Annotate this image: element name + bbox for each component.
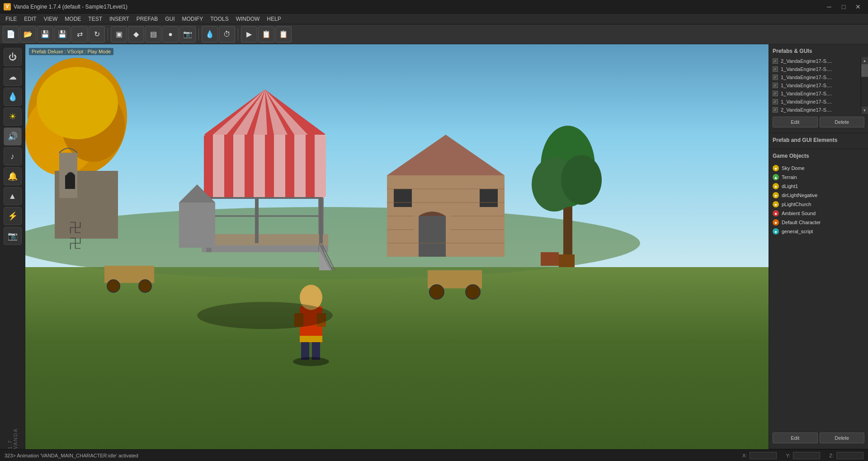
app-icon: V xyxy=(4,3,11,10)
prefab-delete-button[interactable]: Delete xyxy=(820,117,865,127)
game-object-item[interactable]: ●dirLightNegative xyxy=(769,191,868,200)
title-bar: V Vanda Engine 1.7.4 (default - Sample17… xyxy=(0,0,868,14)
prefab-label: 2_VandaEngine17-S.... xyxy=(781,58,832,64)
new-toolbar-button[interactable]: 📄 xyxy=(3,26,19,42)
prefab-list-item[interactable]: ✓1_VandaEngine17-S.... xyxy=(769,89,861,98)
minimize-button[interactable]: ─ xyxy=(823,2,835,11)
prefab-checkbox[interactable]: ✓ xyxy=(773,58,778,64)
close-button[interactable]: ✕ xyxy=(852,2,864,11)
sound-button[interactable]: 🔊 xyxy=(4,127,22,146)
camera-toolbar-button[interactable]: 📷 xyxy=(179,26,196,42)
menu-item-modify[interactable]: MODIFY xyxy=(179,15,207,23)
save-as-toolbar-button[interactable]: 💾 xyxy=(54,26,71,42)
svg-rect-14 xyxy=(233,135,245,198)
game-object-item[interactable]: ●Sky Dome xyxy=(769,164,868,173)
menu-item-prefab[interactable]: PREFAB xyxy=(133,15,161,23)
insert-object-toolbar-button[interactable]: ◆ xyxy=(128,26,144,42)
bell-button[interactable]: 🔔 xyxy=(4,167,22,185)
svg-rect-31 xyxy=(319,198,323,243)
prefab-checkbox[interactable]: ✓ xyxy=(773,99,778,104)
menu-item-window[interactable]: WINDOW xyxy=(232,15,264,23)
select-toolbar-button[interactable]: ▣ xyxy=(111,26,127,42)
redo-toolbar-button[interactable]: ↻ xyxy=(89,26,105,42)
scene-svg: 卍 卍 xyxy=(25,44,769,449)
scroll-up-button[interactable]: ▲ xyxy=(861,57,868,64)
menu-item-gui[interactable]: GUI xyxy=(161,15,178,23)
game-object-item[interactable]: ●Ambient Sound xyxy=(769,209,868,218)
game-object-icon: ● xyxy=(773,210,779,216)
open-toolbar-button[interactable]: 📂 xyxy=(20,26,36,42)
game-object-item[interactable]: ●general_script xyxy=(769,227,868,236)
game-object-item[interactable]: ▲Terrain xyxy=(769,173,868,182)
time-toolbar-button[interactable]: ⏱ xyxy=(219,26,235,42)
menu-item-tools[interactable]: TOOLS xyxy=(207,15,232,23)
copy-toolbar-button[interactable]: 📋 xyxy=(258,26,274,42)
water-button[interactable]: 💧 xyxy=(4,88,22,106)
prefab-edit-button[interactable]: Edit xyxy=(773,117,818,127)
game-object-label: Terrain xyxy=(782,174,797,180)
prefab-checkbox[interactable]: ✓ xyxy=(773,66,778,72)
game-object-label: pLightChurch xyxy=(782,202,811,207)
prefab-checkbox[interactable]: ✓ xyxy=(773,83,778,88)
save-toolbar-button[interactable]: 💾 xyxy=(37,26,53,42)
svg-point-56 xyxy=(561,155,602,205)
terrain-button[interactable]: ▲ xyxy=(4,187,22,205)
scroll-down-button[interactable]: ▼ xyxy=(861,107,868,114)
menu-item-file[interactable]: FILE xyxy=(2,15,20,23)
screenshot-button[interactable]: 📷 xyxy=(4,227,22,245)
menu-item-help[interactable]: HELP xyxy=(263,15,284,23)
game-object-label: general_script xyxy=(782,229,813,234)
prefab-list-item[interactable]: ✓1_VandaEngine17-S.... xyxy=(769,81,861,89)
game-object-item[interactable]: ●Default Character xyxy=(769,218,868,227)
prefab-list-item[interactable]: ✓1_VandaEngine17-S.... xyxy=(769,65,861,73)
game-object-item[interactable]: ●pLightChurch xyxy=(769,200,868,209)
prefab-checkbox[interactable]: ✓ xyxy=(773,91,778,96)
power-button[interactable]: ⏻ xyxy=(4,48,22,66)
menu-item-insert[interactable]: INSERT xyxy=(106,15,133,23)
prefab-list-item[interactable]: ✓2_VandaEngine17-S.... xyxy=(769,57,861,65)
svg-rect-8 xyxy=(65,175,75,189)
water-toolbar-button[interactable]: 💧 xyxy=(202,26,218,42)
svg-rect-37 xyxy=(419,216,446,257)
prefab-list-item[interactable]: ✓1_VandaEngine17-S.... xyxy=(769,98,861,106)
game-object-icon: ● xyxy=(773,165,779,171)
lightning-button[interactable]: ⚡ xyxy=(4,207,22,225)
menu-item-edit[interactable]: EDIT xyxy=(20,15,40,23)
paste-toolbar-button[interactable]: 📋 xyxy=(275,26,292,42)
game-object-item[interactable]: ●dLight1 xyxy=(769,182,868,191)
maximize-button[interactable]: □ xyxy=(837,2,850,11)
window-title: Vanda Engine 1.7.4 (default - Sample17Le… xyxy=(14,4,823,10)
prefab-list-item[interactable]: ✓2_VandaEngine17-S.... xyxy=(769,106,861,114)
z-input[interactable] xyxy=(836,452,863,459)
prefab-label: 1_VandaEngine17-S.... xyxy=(781,99,832,104)
cloud-button[interactable]: ☁ xyxy=(4,68,22,86)
y-input[interactable] xyxy=(793,452,820,459)
game-object-buttons-row: Edit Delete xyxy=(769,430,868,446)
game-object-icon: ● xyxy=(773,192,779,198)
scene-container: 卍 卍 xyxy=(25,44,769,449)
x-input[interactable] xyxy=(750,452,777,459)
svg-point-5 xyxy=(37,67,118,139)
game-object-delete-button[interactable]: Delete xyxy=(820,433,865,443)
prefab-checkbox[interactable]: ✓ xyxy=(773,107,778,113)
toolbar-separator-6 xyxy=(108,28,108,41)
group-toolbar-button[interactable]: ▤ xyxy=(145,26,161,42)
menu-item-view[interactable]: VIEW xyxy=(40,15,61,23)
menu-item-test[interactable]: TEST xyxy=(85,15,106,23)
menu-item-mode[interactable]: MODE xyxy=(61,15,85,23)
play-toolbar-button[interactable]: ▶ xyxy=(241,26,257,42)
game-objects-list: ●Sky Dome▲Terrain●dLight1●dirLightNegati… xyxy=(769,162,868,430)
sphere-toolbar-button[interactable]: ● xyxy=(162,26,179,42)
svg-rect-63 xyxy=(301,342,309,360)
music-button[interactable]: ♪ xyxy=(4,147,22,165)
import-toolbar-button[interactable]: ⇄ xyxy=(71,26,88,42)
game-object-label: dLight1 xyxy=(782,183,798,189)
prefab-checkbox[interactable]: ✓ xyxy=(773,75,778,80)
game-object-edit-button[interactable]: Edit xyxy=(773,433,818,443)
svg-rect-18 xyxy=(315,135,326,198)
y-coord-group: Y: xyxy=(786,452,820,459)
sun-button[interactable]: ☀ xyxy=(4,108,22,126)
viewport[interactable]: 卍 卍 Prefab Deluxe : VScript : Play Mode xyxy=(25,44,769,449)
window-controls: ─ □ ✕ xyxy=(823,2,864,11)
prefab-list-item[interactable]: ✓1_VandaEngine17-S.... xyxy=(769,73,861,81)
